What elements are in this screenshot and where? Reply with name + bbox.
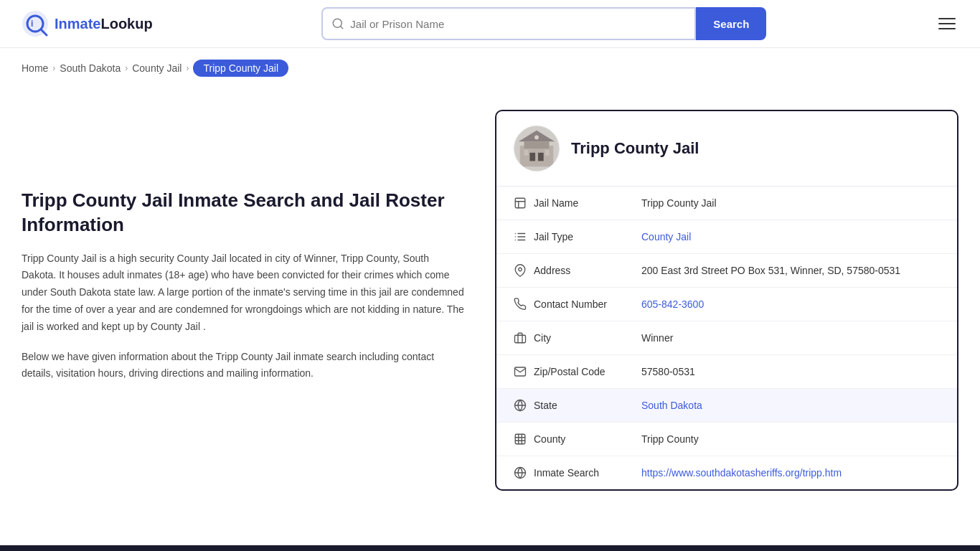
- svg-point-22: [519, 268, 522, 271]
- info-row-zip: Zip/Postal Code 57580-0531: [496, 355, 957, 389]
- jail-name-value: Tripp County Jail: [641, 197, 940, 209]
- zip-label: Zip/Postal Code: [534, 366, 641, 377]
- search-input[interactable]: [350, 18, 686, 30]
- info-table: Jail Name Tripp County Jail Jail Type Co…: [496, 187, 957, 489]
- contact-link[interactable]: 605-842-3600: [641, 298, 704, 310]
- info-card: Tripp County Jail Jail Name Tripp County…: [495, 110, 958, 491]
- search-button[interactable]: Search: [696, 7, 766, 40]
- svg-rect-8: [524, 141, 550, 149]
- jail-card-name: Tripp County Jail: [571, 139, 699, 158]
- search-bar: Search: [321, 7, 766, 40]
- svg-rect-10: [529, 153, 535, 161]
- jail-type-label: Jail Type: [534, 231, 641, 242]
- svg-text:i: i: [31, 19, 33, 29]
- city-label: City: [534, 332, 641, 344]
- zip-icon: [514, 365, 534, 378]
- breadcrumb-state[interactable]: South Dakota: [60, 62, 121, 74]
- breadcrumb-current: Tripp County Jail: [193, 60, 288, 77]
- jail-name-icon: [514, 197, 534, 209]
- hamburger-menu[interactable]: [936, 15, 958, 32]
- jail-type-link[interactable]: County Jail: [641, 231, 691, 242]
- logo-icon: i: [22, 10, 49, 37]
- svg-line-5: [341, 26, 343, 28]
- info-row-city: City Winner: [496, 321, 957, 355]
- search-input-wrapper: [321, 7, 696, 40]
- state-icon: [514, 399, 534, 412]
- breadcrumb-sep-1: ›: [52, 63, 55, 73]
- page-desc-2: Below we have given information about th…: [22, 349, 466, 383]
- zip-value: 57580-0531: [641, 366, 940, 377]
- breadcrumb: Home › South Dakota › County Jail › Trip…: [0, 48, 980, 88]
- svg-rect-15: [515, 198, 525, 208]
- inmate-search-value: https://www.southdakotasheriffs.org/trip…: [641, 467, 940, 479]
- svg-rect-11: [538, 153, 544, 161]
- info-row-contact: Contact Number 605-842-3600: [496, 288, 957, 321]
- breadcrumb-type[interactable]: County Jail: [132, 62, 182, 74]
- svg-point-14: [534, 136, 539, 140]
- search-icon: [331, 17, 344, 30]
- state-label: State: [534, 400, 641, 411]
- address-value: 200 East 3rd Street PO Box 531, Winner, …: [641, 265, 940, 276]
- svg-rect-26: [515, 434, 525, 444]
- inmate-search-icon: [514, 466, 534, 479]
- jail-name-label: Jail Name: [534, 197, 641, 209]
- svg-rect-23: [515, 335, 526, 343]
- main-content: Tripp County Jail Inmate Search and Jail…: [0, 88, 980, 534]
- county-label: County: [534, 433, 641, 445]
- contact-value: 605-842-3600: [641, 298, 940, 310]
- state-value: South Dakota: [641, 400, 940, 411]
- address-label: Address: [534, 265, 641, 276]
- info-row-jail-name: Jail Name Tripp County Jail: [496, 187, 957, 220]
- breadcrumb-sep-3: ›: [186, 63, 189, 73]
- breadcrumb-sep-2: ›: [125, 63, 128, 73]
- left-content: Tripp County Jail Inmate Search and Jail…: [22, 110, 466, 491]
- info-row-state: State South Dakota: [496, 389, 957, 423]
- contact-icon: [514, 298, 534, 311]
- info-row-jail-type: Jail Type County Jail: [496, 220, 957, 254]
- info-row-county: County Tripp County: [496, 423, 957, 456]
- svg-rect-13: [545, 150, 550, 156]
- jail-avatar: [514, 126, 560, 171]
- page-title: Tripp County Jail Inmate Search and Jail…: [22, 189, 466, 237]
- header: i InmateLookup Search: [0, 0, 980, 48]
- county-value: Tripp County: [641, 433, 940, 445]
- info-card-header: Tripp County Jail: [496, 111, 957, 187]
- state-link[interactable]: South Dakota: [641, 400, 702, 411]
- contact-label: Contact Number: [534, 298, 641, 310]
- city-icon: [514, 331, 534, 344]
- inmate-search-link[interactable]: https://www.southdakotasheriffs.org/trip…: [641, 467, 842, 479]
- city-value: Winner: [641, 332, 940, 344]
- inmate-search-label: Inmate Search: [534, 467, 641, 479]
- page-desc-1: Tripp County Jail is a high security Cou…: [22, 250, 466, 336]
- info-row-address: Address 200 East 3rd Street PO Box 531, …: [496, 254, 957, 288]
- svg-rect-7: [520, 146, 554, 166]
- jail-type-icon: [514, 230, 534, 243]
- address-icon: [514, 264, 534, 277]
- breadcrumb-home[interactable]: Home: [22, 62, 48, 74]
- info-row-inmate-search: Inmate Search https://www.southdakotashe…: [496, 456, 957, 489]
- county-icon: [514, 433, 534, 446]
- svg-rect-12: [524, 150, 529, 156]
- jail-type-value: County Jail: [641, 231, 940, 242]
- logo-text: InmateLookup: [55, 16, 153, 32]
- logo[interactable]: i InmateLookup: [22, 10, 153, 37]
